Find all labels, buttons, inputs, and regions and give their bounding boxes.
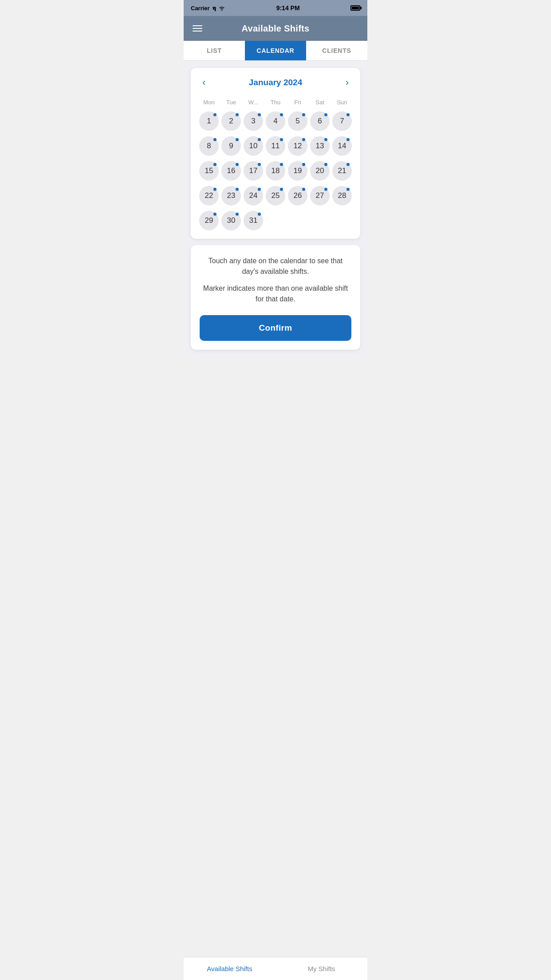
calendar-day-dot (302, 188, 305, 191)
calendar-day-inner: 31 (244, 211, 263, 230)
calendar-day-inner: 8 (199, 136, 219, 156)
calendar-day-dot (346, 163, 350, 166)
calendar-day-dot (324, 138, 327, 141)
calendar-day-inner: 3 (244, 111, 263, 131)
calendar-day[interactable]: 8 (198, 135, 220, 157)
calendar-day[interactable]: 10 (242, 135, 264, 157)
calendar-day[interactable]: 1 (198, 110, 220, 132)
calendar-day[interactable]: 12 (287, 135, 309, 157)
calendar-day-dot (236, 188, 239, 191)
status-carrier: Carrier 𝛈 (191, 4, 225, 12)
calendar-day[interactable]: 22 (198, 185, 220, 207)
calendar-day-dot (302, 113, 305, 116)
calendar-day-dot (346, 138, 350, 141)
calendar-day-dot (258, 163, 261, 166)
calendar-day-inner: 10 (244, 136, 263, 156)
calendar-day[interactable]: 11 (264, 135, 287, 157)
calendar-day[interactable]: 28 (331, 185, 353, 207)
calendar-day[interactable]: 15 (198, 160, 220, 182)
calendar-day-inner: 29 (199, 211, 219, 230)
header-title: Available Shifts (204, 24, 347, 34)
tab-clients[interactable]: CLIENTS (306, 41, 367, 60)
status-time: 9:14 PM (276, 4, 300, 12)
calendar-day[interactable]: 2 (220, 110, 242, 132)
calendar-day-dot (280, 113, 283, 116)
calendar-day-inner: 22 (199, 186, 219, 205)
calendar-day[interactable]: 29 (198, 209, 220, 232)
calendar-day-inner: 9 (221, 136, 241, 156)
calendar-day-inner: 6 (310, 111, 330, 131)
calendar-day-dot (236, 213, 239, 216)
calendar-day-dot (236, 138, 239, 141)
calendar-day[interactable]: 19 (287, 160, 309, 182)
calendar-day[interactable]: 26 (287, 185, 309, 207)
calendar-day-dot (280, 138, 283, 141)
main-content: ‹ January 2024 › MonTueW...ThuFriSatSun … (184, 61, 367, 357)
calendar-day-inner: 15 (199, 161, 219, 181)
calendar-day-dot (302, 163, 305, 166)
status-bar: Carrier 𝛈 9:14 PM (184, 0, 367, 16)
calendar-day[interactable]: 24 (242, 185, 264, 207)
calendar-day-dot (213, 113, 216, 116)
calendar-day-dot (346, 188, 350, 191)
next-month-button[interactable]: › (341, 75, 353, 90)
wifi-icon: 𝛈 (213, 4, 226, 12)
calendar-day-dot (324, 188, 327, 191)
calendar-day[interactable]: 25 (264, 185, 287, 207)
calendar-day[interactable]: 3 (242, 110, 264, 132)
calendar-day-inner: 19 (288, 161, 307, 181)
calendar-day-inner: 12 (288, 136, 307, 156)
tab-list[interactable]: LIST (184, 41, 245, 60)
calendar-day-dot (213, 188, 216, 191)
calendar-day[interactable]: 4 (264, 110, 287, 132)
calendar-day[interactable]: 20 (309, 160, 331, 182)
calendar-day-dot (258, 138, 261, 141)
calendar-day-inner: 16 (221, 161, 241, 181)
calendar-day[interactable]: 17 (242, 160, 264, 182)
calendar-day[interactable]: 23 (220, 185, 242, 207)
tab-calendar[interactable]: CALENDAR (245, 41, 306, 60)
calendar-day-inner: 13 (310, 136, 330, 156)
status-battery (350, 5, 360, 11)
calendar-day[interactable]: 27 (309, 185, 331, 207)
calendar-day[interactable]: 31 (242, 209, 264, 232)
calendar-day-inner: 17 (244, 161, 263, 181)
hamburger-menu[interactable] (191, 24, 204, 33)
calendar-day-dot (213, 163, 216, 166)
info-card: Touch any date on the calendar to see th… (191, 245, 360, 350)
calendar-day[interactable]: 6 (309, 110, 331, 132)
calendar-day[interactable]: 7 (331, 110, 353, 132)
calendar-day-inner: 28 (332, 186, 352, 205)
calendar-day-inner: 14 (332, 136, 352, 156)
calendar-day-inner: 18 (266, 161, 285, 181)
calendar-day-inner: 24 (244, 186, 263, 205)
calendar-day-dot (258, 113, 261, 116)
calendar-day-dot (302, 138, 305, 141)
calendar-day-dot (324, 113, 327, 116)
calendar-day[interactable]: 21 (331, 160, 353, 182)
calendar-day[interactable]: 30 (220, 209, 242, 232)
calendar-day-dot (346, 113, 350, 116)
calendar-day-inner: 2 (221, 111, 241, 131)
calendar-day[interactable]: 13 (309, 135, 331, 157)
calendar-day-name: Sun (331, 97, 353, 107)
tab-bar: LIST CALENDAR CLIENTS (184, 41, 367, 61)
prev-month-button[interactable]: ‹ (198, 75, 210, 90)
calendar-day[interactable]: 16 (220, 160, 242, 182)
calendar-day-inner: 7 (332, 111, 352, 131)
calendar-day-inner: 21 (332, 161, 352, 181)
calendar-day-name: Tue (220, 97, 242, 107)
info-text-2: Marker indicates more than one available… (200, 283, 351, 304)
confirm-button[interactable]: Confirm (200, 315, 351, 341)
calendar-day-headers: MonTueW...ThuFriSatSun (198, 97, 353, 107)
calendar-day[interactable]: 5 (287, 110, 309, 132)
calendar-day-dot (280, 163, 283, 166)
calendar-month-title: January 2024 (249, 78, 302, 87)
calendar-day[interactable]: 18 (264, 160, 287, 182)
calendar-day-dot (258, 213, 261, 216)
calendar-day-dot (280, 188, 283, 191)
calendar-card: ‹ January 2024 › MonTueW...ThuFriSatSun … (191, 68, 360, 239)
calendar-day[interactable]: 9 (220, 135, 242, 157)
calendar-day-inner: 20 (310, 161, 330, 181)
calendar-day[interactable]: 14 (331, 135, 353, 157)
